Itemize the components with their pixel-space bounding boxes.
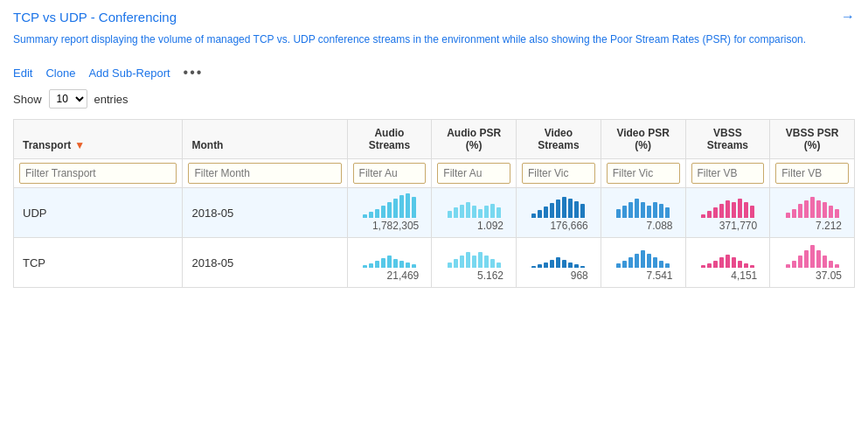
audio-streams-filter-cell [347,159,432,188]
month-header[interactable]: Month [183,120,347,159]
description: Summary report displaying the volume of … [13,32,855,47]
vbss-psr-filter-cell [770,159,855,188]
entries-per-page-select[interactable]: 10 25 50 [49,89,87,108]
video-streams-filter-cell [517,159,601,188]
filter-row [14,159,855,188]
month-cell: 2018-05 [183,188,347,238]
clone-link[interactable]: Clone [45,66,75,80]
toolbar: Edit Clone Add Sub-Report ••• [13,65,855,80]
edit-link[interactable]: Edit [13,66,32,80]
show-entries-row: Show 10 25 50 entries [13,89,855,108]
audio-streams-header: AudioStreams [347,120,432,159]
video-cell: 968 [517,238,601,288]
video-psr-filter-input[interactable] [607,163,680,184]
vbss-streams-header: VBSSStreams [685,120,770,159]
vbss-psr-filter-input[interactable] [775,163,849,184]
audio-streams-filter-input[interactable] [353,163,427,184]
add-sub-report-link[interactable]: Add Sub-Report [88,66,170,80]
video_psr-cell: 7.541 [601,238,685,288]
table-row: TCP2018-0521,4695.1629687.5414,15137.05 [14,238,855,288]
sort-icon: ▼ [74,139,85,151]
video_psr-cell: 7.088 [601,188,685,238]
video-streams-filter-input[interactable] [522,163,595,184]
transport-cell: UDP [14,188,183,238]
desc-mid: vs. [274,33,293,46]
desc-udp: UDP [293,33,315,46]
desc-pre: Summary report displaying the volume of … [13,33,253,46]
vbss_psr-cell: 7.212 [770,188,855,238]
vbss-psr-header: VBSS PSR(%) [770,120,855,159]
show-label: Show [13,93,42,106]
vbss_psr-cell: 37.05 [770,238,855,288]
month-filter-cell [183,159,347,188]
data-table: Transport ▼ Month AudioStreams Audio PSR… [13,119,855,288]
transport-filter-cell [14,159,183,188]
vbss-streams-filter-cell [685,159,770,188]
navigate-arrow-icon[interactable]: → [841,9,855,24]
title-row: TCP vs UDP - Conferencing → [13,9,855,24]
vbss-streams-filter-input[interactable] [691,163,765,184]
video-psr-filter-cell [601,159,685,188]
audio-cell: 21,469 [347,238,432,288]
month-cell: 2018-05 [183,238,347,288]
audio-psr-header: Audio PSR(%) [432,120,517,159]
audio_psr-cell: 1.092 [432,188,517,238]
transport-filter-input[interactable] [19,163,177,184]
desc-tcp: TCP [253,33,274,46]
video-psr-header: Video PSR(%) [601,120,685,159]
vbss-cell: 4,151 [685,238,770,288]
audio-psr-filter-input[interactable] [437,163,510,184]
table-body: UDP2018-051,782,3051.092176,6667.088371,… [14,188,855,288]
audio_psr-cell: 5.162 [432,238,517,288]
table-row: UDP2018-051,782,3051.092176,6667.088371,… [14,188,855,238]
month-filter-input[interactable] [188,163,341,184]
transport-cell: TCP [14,238,183,288]
desc-post: conference streams in the environment wh… [316,33,807,46]
audio-cell: 1,782,305 [347,188,432,238]
page-title: TCP vs UDP - Conferencing [13,10,177,24]
vbss-cell: 371,770 [685,188,770,238]
audio-psr-filter-cell [432,159,517,188]
more-options-button[interactable]: ••• [184,65,204,80]
transport-header[interactable]: Transport ▼ [14,120,183,159]
video-cell: 176,666 [517,188,601,238]
header-row: Transport ▼ Month AudioStreams Audio PSR… [14,120,855,159]
video-streams-header: VideoStreams [517,120,601,159]
entries-label: entries [94,93,128,106]
